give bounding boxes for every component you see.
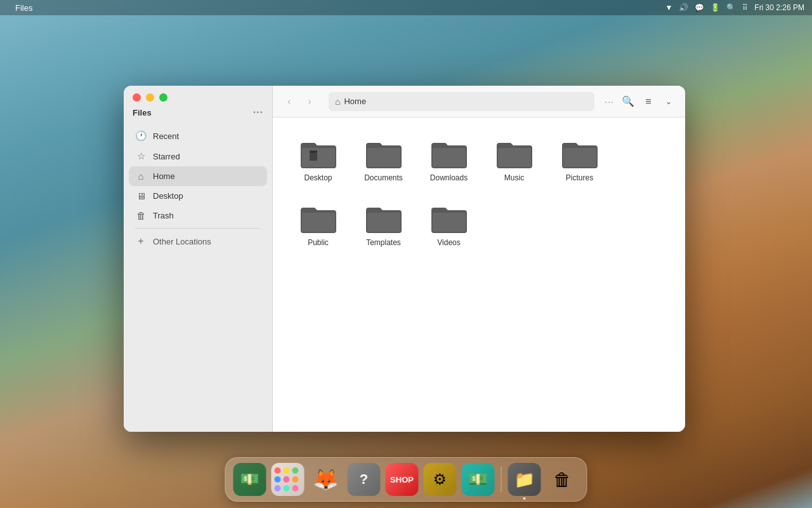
- sidebar-item-recent[interactable]: 🕐 Recent: [129, 126, 267, 146]
- home-icon: ⌂: [135, 171, 147, 182]
- toolbar-actions: 🔍 ≡ ⌄: [619, 93, 678, 110]
- svg-rect-12: [433, 213, 466, 232]
- sidebar-item-trash[interactable]: 🗑 Trash: [129, 206, 267, 225]
- dock-active-indicator: [523, 497, 526, 500]
- folder-music-icon: [494, 137, 535, 170]
- dock: 💵 🦊 ? SHOP ⚙ 💵: [225, 457, 587, 502]
- svg-rect-0: [302, 148, 335, 167]
- starred-icon: ☆: [135, 150, 147, 162]
- sidebar: ✕ − + Files ··· 🕐 Recent ☆ Starred ⌂ Hom…: [124, 86, 273, 432]
- svg-point-14: [284, 467, 290, 474]
- sidebar-item-home-label: Home: [153, 171, 175, 181]
- folder-documents[interactable]: Documents: [353, 130, 414, 190]
- window-title-more-button[interactable]: ···: [253, 107, 263, 118]
- help-icon: ?: [360, 471, 368, 488]
- folder-downloads-icon: [429, 137, 469, 170]
- svg-rect-9: [563, 148, 596, 167]
- files-window: ✕ − + Files ··· 🕐 Recent ☆ Starred ⌂ Hom…: [124, 86, 685, 432]
- dock-item-launchpad[interactable]: [272, 463, 304, 496]
- add-icon: +: [135, 236, 147, 247]
- svg-rect-2: [310, 150, 311, 153]
- svg-point-13: [275, 467, 281, 474]
- sidebar-item-home[interactable]: ⌂ Home: [129, 166, 267, 186]
- menubar-right: ▼ 🔊 💬 🔋 🔍 ⠿ Fri 30 2:26 PM: [665, 3, 804, 12]
- dock-item-settings[interactable]: ⚙: [424, 463, 457, 496]
- folder-public[interactable]: Public: [288, 195, 348, 255]
- back-button[interactable]: ‹: [280, 93, 298, 110]
- svg-rect-10: [302, 213, 335, 232]
- svg-rect-8: [498, 148, 531, 167]
- folder-videos[interactable]: Videos: [419, 195, 479, 255]
- svg-rect-7: [433, 148, 466, 167]
- settings-icon: ⚙: [433, 471, 447, 488]
- location-bar[interactable]: ⌂ Home: [329, 92, 594, 111]
- folder-pictures[interactable]: Pictures: [549, 130, 610, 190]
- toolbar-navigation: ‹ ›: [280, 93, 318, 110]
- forward-button[interactable]: ›: [301, 93, 318, 110]
- folder-public-label: Public: [308, 238, 329, 248]
- sidebar-item-trash-label: Trash: [153, 211, 174, 220]
- sidebar-item-desktop[interactable]: 🖥 Desktop: [129, 186, 267, 206]
- minimize-button[interactable]: −: [146, 93, 154, 102]
- svg-rect-5: [316, 150, 317, 152]
- dock-divider: [501, 467, 502, 492]
- menubar: Files ▼ 🔊 💬 🔋 🔍 ⠿ Fri 30 2:26 PM: [0, 0, 812, 15]
- folder-downloads[interactable]: Downloads: [419, 130, 479, 190]
- menubar-battery-icon: 🔋: [710, 3, 720, 12]
- menubar-volume-icon[interactable]: 🔊: [679, 3, 688, 12]
- menubar-search-icon[interactable]: 🔍: [726, 3, 736, 12]
- toolbar: ‹ › ⌂ Home ··· 🔍 ≡ ⌄: [273, 86, 685, 117]
- menubar-app-name: Files: [15, 3, 32, 13]
- folder-desktop-icon: [298, 137, 339, 170]
- dock-item-files[interactable]: 📁: [508, 463, 541, 496]
- folder-videos-icon: [429, 201, 469, 234]
- main-content: ‹ › ⌂ Home ··· 🔍 ≡ ⌄: [273, 86, 685, 432]
- files-dock-icon: 📁: [514, 470, 535, 490]
- dock-item-firefox[interactable]: 🦊: [310, 463, 343, 496]
- folder-templates[interactable]: Templates: [353, 195, 414, 255]
- desktop-icon: 🖥: [135, 190, 147, 201]
- launchpad-icon: [270, 463, 306, 496]
- search-button[interactable]: 🔍: [619, 93, 637, 110]
- folder-pictures-icon: [560, 137, 600, 170]
- close-button[interactable]: ✕: [133, 93, 141, 102]
- menubar-left: Files: [8, 3, 32, 13]
- sidebar-item-recent-label: Recent: [153, 131, 179, 141]
- window-controls: ✕ − +: [124, 86, 272, 107]
- dock-item-help[interactable]: ?: [348, 463, 381, 496]
- folder-templates-label: Templates: [366, 238, 401, 248]
- file-grid: Desktop Documents: [273, 117, 685, 432]
- svg-rect-3: [312, 150, 313, 153]
- location-home-icon: ⌂: [335, 97, 340, 107]
- menubar-chat-icon[interactable]: 💬: [695, 3, 704, 12]
- dock-item-trash[interactable]: 🗑: [546, 463, 579, 496]
- view-list-button[interactable]: ≡: [639, 93, 657, 110]
- maximize-button[interactable]: +: [159, 93, 167, 102]
- view-toggle-button[interactable]: ⌄: [660, 93, 678, 110]
- folder-pictures-label: Pictures: [566, 173, 593, 184]
- menubar-dropdown-icon[interactable]: ▼: [665, 3, 672, 12]
- dock-item-finance2[interactable]: 💵: [462, 463, 495, 496]
- toolbar-more-button[interactable]: ···: [605, 97, 614, 107]
- folder-videos-label: Videos: [437, 238, 460, 248]
- svg-point-21: [292, 485, 299, 491]
- folder-desktop[interactable]: Desktop: [288, 130, 348, 190]
- sidebar-item-starred[interactable]: ☆ Starred: [129, 146, 267, 166]
- svg-rect-6: [367, 148, 400, 167]
- dock-item-shop[interactable]: SHOP: [386, 463, 419, 496]
- sidebar-item-starred-label: Starred: [153, 152, 180, 161]
- location-label: Home: [344, 97, 366, 106]
- folder-music[interactable]: Music: [484, 130, 544, 190]
- folder-templates-icon: [363, 201, 404, 234]
- svg-point-15: [292, 467, 299, 474]
- dock-item-finance[interactable]: 💵: [233, 463, 266, 496]
- trash-icon: 🗑: [135, 210, 147, 221]
- shop-icon: SHOP: [390, 476, 414, 484]
- recent-icon: 🕐: [135, 130, 147, 142]
- menubar-datetime: Fri 30 2:26 PM: [754, 3, 804, 12]
- menubar-control-icon[interactable]: ⠿: [742, 3, 748, 12]
- finance2-icon: 💵: [469, 471, 488, 488]
- sidebar-item-other-locations[interactable]: + Other Locations: [129, 231, 267, 251]
- sidebar-other-locations-label: Other Locations: [153, 237, 211, 246]
- svg-point-18: [292, 476, 299, 483]
